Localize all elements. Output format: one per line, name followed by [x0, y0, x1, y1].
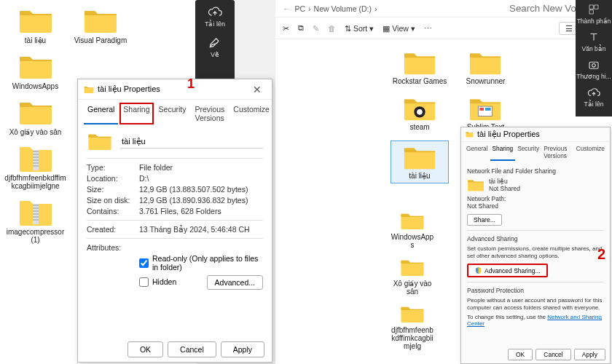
shield-icon — [474, 266, 482, 274]
copy-icon[interactable]: ⧉ — [298, 23, 304, 33]
zip-item[interactable]: djfbfhmfeenbkdffimkcagbiimjelgne — [4, 143, 66, 190]
folder-icon — [467, 178, 484, 192]
image-item[interactable]: Thương hi... — [576, 58, 612, 80]
folder-label: tài liệu — [4, 36, 66, 44]
svg-point-7 — [417, 109, 423, 115]
command-bar: ✂ ⧉ ✎ 🗑 ⇅ Sort ▾ ▦ View ▾ ⋯ ☰Details — [275, 17, 612, 39]
folder-icon — [82, 6, 119, 35]
advanced-sharing-desc: Set custom permissions, create multiple … — [467, 245, 604, 259]
location-value: D:\ — [139, 174, 263, 183]
dialog-buttons: OK Cancel Apply — [128, 341, 264, 357]
svg-rect-3 — [589, 10, 593, 14]
tab-security[interactable]: Security — [155, 103, 190, 124]
cancel-button[interactable]: Cancel — [168, 341, 216, 357]
folder-icon — [466, 131, 474, 138]
folder-item[interactable]: Xô giấy vào sân — [391, 256, 434, 296]
tab-previous-versions[interactable]: Previous Versions — [192, 103, 229, 124]
dark-sidebar-right: Thành phần Văn bản Thương hi... Tải lên — [576, 0, 612, 116]
dialog-titlebar: tài liệu Properties — [461, 127, 610, 142]
dialog-title: tài liệu Properties — [477, 130, 605, 139]
upload-item[interactable]: Tải lên — [195, 4, 235, 28]
folder-item-selected[interactable]: tài liệu — [391, 141, 448, 183]
ok-button[interactable]: OK — [128, 341, 163, 357]
dark-sidebar-left: Tải lên Vẽ — [195, 0, 235, 87]
svg-rect-4 — [589, 62, 598, 68]
apply-button[interactable]: Apply — [221, 341, 264, 357]
view-button[interactable]: ▦ View ▾ — [382, 24, 415, 33]
tab-general[interactable]: General — [464, 143, 490, 161]
sort-button[interactable]: ⇅ Sort ▾ — [345, 24, 374, 33]
cut-icon[interactable]: ✂ — [283, 24, 289, 33]
breadcrumb-volume[interactable]: New Volume (D:) — [314, 4, 372, 13]
narrow-column: WindowsApps Xô giấy vào sân djfbfhmfeenb… — [391, 208, 434, 356]
svg-rect-1 — [589, 5, 593, 9]
folder-item[interactable]: WindowsApps — [391, 210, 434, 249]
dialog-body: Type:File folder Location:D:\ Size:12,9 … — [78, 124, 272, 298]
upload-item[interactable]: Tải lên — [576, 86, 612, 108]
zip-item[interactable]: imagecompressor (1) — [4, 197, 66, 244]
hidden-checkbox[interactable] — [139, 277, 149, 287]
tab-sharing[interactable]: Sharing — [119, 103, 153, 124]
cancel-button[interactable]: Cancel — [536, 349, 570, 360]
folder-pic-icon — [468, 95, 502, 122]
breadcrumb[interactable]: PC › New Volume (D:) › — [295, 4, 377, 13]
readonly-checkbox[interactable] — [139, 258, 149, 268]
svg-point-5 — [592, 64, 596, 68]
text-item[interactable]: Văn bản — [576, 31, 612, 52]
tab-customize[interactable]: Customize — [230, 103, 273, 124]
folder-item[interactable]: Rockstar Games — [391, 50, 448, 85]
tab-security[interactable]: Security — [515, 143, 541, 161]
folder-steam-icon — [403, 95, 436, 122]
tab-previous-versions[interactable]: Previous Versions — [541, 143, 574, 161]
folder-name-input[interactable] — [120, 136, 263, 149]
folder-item[interactable]: djfbfhmfeenbkdffimkcagbiimjelg — [391, 303, 434, 350]
share-button[interactable]: Share... — [467, 214, 502, 226]
folder-icon — [403, 50, 436, 76]
camera-icon — [587, 58, 600, 71]
tab-customize[interactable]: Customize — [574, 143, 607, 161]
rename-icon[interactable]: ✎ — [313, 24, 319, 33]
advanced-sharing-heading: Advanced Sharing — [467, 235, 604, 242]
type-label: Type: — [87, 163, 139, 172]
nav-back-icon[interactable]: ← — [283, 4, 291, 13]
zip-icon — [17, 197, 54, 226]
attributes-label: Attributes: — [87, 243, 139, 252]
draw-item[interactable]: Vẽ — [195, 35, 235, 58]
folder-item[interactable]: Sublim Text — [457, 95, 514, 131]
folder-icon — [403, 144, 436, 170]
advanced-button[interactable]: Advanced... — [207, 275, 263, 290]
delete-icon[interactable]: 🗑 — [328, 24, 336, 33]
tab-sharing[interactable]: Sharing — [490, 143, 516, 161]
properties-dialog-sharing: tài liệu Properties General Sharing Secu… — [460, 127, 611, 364]
location-label: Location: — [87, 174, 139, 183]
apply-button[interactable]: Apply — [574, 349, 605, 360]
readonly-label: Read-only (Only applies to files in fold… — [152, 254, 263, 272]
annotation-marker-1: 1 — [187, 76, 195, 92]
folder-item[interactable]: WindowsApps — [4, 52, 66, 90]
folder-item[interactable]: steam — [391, 95, 448, 131]
ok-button[interactable]: OK — [508, 349, 533, 360]
tabs: General Sharing Security Previous Versio… — [78, 100, 272, 124]
network-sharing-heading: Network File and Folder Sharing — [467, 167, 604, 175]
folder-item[interactable]: Visual Paradigm — [69, 6, 131, 44]
close-button[interactable]: ✕ — [248, 82, 266, 97]
folder-icon — [399, 210, 425, 232]
size-value: 12,9 GB (13.883.507.502 bytes) — [139, 185, 263, 194]
breadcrumb-pc[interactable]: PC — [295, 4, 306, 13]
component-item[interactable]: Thành phần — [576, 3, 612, 25]
change-setting-text: To change this setting, use the Network … — [467, 314, 604, 327]
text-icon — [587, 31, 600, 44]
folder-label: WindowsApps — [4, 82, 66, 90]
folder-item[interactable]: Xô giấy vào sân — [4, 98, 66, 136]
tab-general[interactable]: General — [84, 103, 118, 124]
more-icon[interactable]: ⋯ — [424, 24, 432, 33]
password-protection-desc: People without a user account and passwo… — [467, 297, 604, 311]
folder-icon — [17, 52, 54, 81]
folder-icon — [87, 130, 113, 152]
folder-item[interactable]: tài liệu — [4, 6, 66, 44]
dialog-titlebar: tài liệu Properties ✕ — [78, 79, 272, 100]
folder-icon — [84, 85, 94, 94]
folder-item[interactable]: Snowrunner — [457, 50, 514, 85]
size-on-disk-label: Size on disk: — [87, 196, 139, 205]
advanced-sharing-button[interactable]: Advanced Sharing... — [467, 264, 548, 277]
